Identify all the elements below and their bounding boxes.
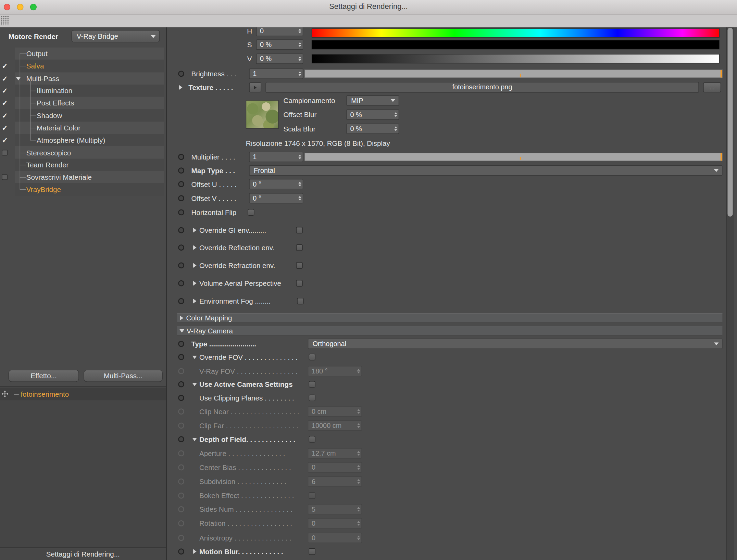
- sampling-dropdown[interactable]: MIP: [346, 96, 399, 106]
- stepper-arrows-icon[interactable]: [394, 126, 397, 131]
- multiplier-field[interactable]: 1: [249, 152, 303, 162]
- keyframe-circle-icon[interactable]: [178, 548, 184, 555]
- override-fov-checkbox[interactable]: [309, 354, 315, 360]
- stepper-arrows-icon[interactable]: [298, 155, 301, 160]
- expander-triangle-icon[interactable]: [193, 263, 197, 268]
- tree-row-material-color[interactable]: Material Color: [0, 122, 167, 134]
- vertical-scrollbar[interactable]: [726, 27, 734, 560]
- tree-row-salva[interactable]: Salva: [0, 60, 167, 72]
- check-icon[interactable]: [2, 62, 8, 69]
- section-vray-camera[interactable]: V-Ray Camera: [177, 327, 722, 335]
- volume-aerial-checkbox[interactable]: [296, 280, 303, 287]
- horizontal-flip-checkbox[interactable]: [248, 209, 254, 216]
- collapse-triangle-icon[interactable]: [192, 383, 197, 386]
- bokeh-effect-row: Bokeh Effect . . . . . . . . . . . . . .: [167, 490, 723, 501]
- depth-of-field-checkbox[interactable]: [309, 436, 315, 443]
- override-refraction-checkbox[interactable]: [296, 262, 303, 269]
- stepper-arrows-icon[interactable]: [298, 29, 301, 34]
- keyframe-circle-icon[interactable]: [178, 195, 184, 201]
- vray-fov-label: V-Ray FOV . . . . . . . . . . . . . . . …: [199, 367, 298, 375]
- check-icon[interactable]: [2, 112, 8, 119]
- use-active-camera-checkbox[interactable]: [309, 381, 315, 387]
- keyframe-circle-icon[interactable]: [178, 227, 184, 233]
- offset-blur-field[interactable]: 0 %: [346, 110, 399, 120]
- titlebar[interactable]: Settaggi di Rendering...: [0, 0, 737, 15]
- stepper-arrows-icon[interactable]: [298, 72, 301, 76]
- check-icon[interactable]: [2, 100, 8, 107]
- expander-triangle-icon[interactable]: [179, 85, 183, 90]
- stepper-arrows-icon[interactable]: [298, 196, 301, 201]
- expander-triangle-icon[interactable]: [193, 228, 197, 233]
- check-icon[interactable]: [2, 87, 8, 94]
- brightness-slider[interactable]: [304, 69, 722, 78]
- collapse-triangle-icon[interactable]: [192, 356, 197, 359]
- tree-row-illumination[interactable]: Illumination: [0, 85, 167, 97]
- offset-v-field[interactable]: 0 °: [249, 193, 303, 203]
- offset-u-field[interactable]: 0 °: [249, 179, 303, 189]
- s-field[interactable]: 0 %: [256, 39, 303, 50]
- override-gi-checkbox[interactable]: [296, 227, 303, 233]
- check-icon[interactable]: [2, 124, 8, 131]
- keyframe-circle-icon[interactable]: [178, 244, 184, 251]
- keyframe-circle-icon[interactable]: [178, 354, 184, 360]
- motion-blur-checkbox[interactable]: [309, 548, 315, 555]
- browse-button[interactable]: ...: [703, 82, 721, 92]
- camera-type-dropdown[interactable]: Orthogonal: [308, 339, 722, 349]
- tree-row-stereoscopico[interactable]: Stereoscopico: [0, 146, 167, 158]
- keyframe-circle-icon[interactable]: [178, 154, 184, 160]
- tree-row-team-render[interactable]: Team Render: [0, 158, 167, 171]
- checkbox-unchecked-icon[interactable]: [2, 150, 7, 155]
- checkbox-unchecked-icon[interactable]: [2, 174, 7, 180]
- keyframe-circle-icon[interactable]: [178, 262, 184, 268]
- keyframe-circle-icon[interactable]: [178, 167, 184, 174]
- multiplier-slider[interactable]: [304, 153, 722, 161]
- section-color-mapping[interactable]: Color Mapping: [177, 313, 722, 322]
- keyframe-circle-icon[interactable]: [178, 436, 184, 442]
- effect-button[interactable]: Effetto...: [9, 370, 79, 382]
- render-engine-dropdown[interactable]: V-Ray Bridge: [72, 30, 160, 42]
- value-gradient-bar[interactable]: [312, 54, 720, 63]
- scrollbar-thumb[interactable]: [727, 28, 733, 217]
- environment-fog-checkbox[interactable]: [297, 298, 303, 304]
- tree-row-atmosphere[interactable]: Atmosphere (Multiply): [0, 134, 167, 146]
- keyframe-circle-icon[interactable]: [178, 341, 184, 347]
- keyframe-circle-icon[interactable]: [178, 298, 184, 304]
- keyframe-circle-icon[interactable]: [178, 209, 184, 215]
- expander-triangle-icon[interactable]: [193, 281, 197, 286]
- texture-popup-button[interactable]: [249, 82, 261, 92]
- stepper-arrows-icon[interactable]: [394, 112, 397, 117]
- expander-triangle-icon[interactable]: [193, 549, 197, 554]
- keyframe-circle-icon[interactable]: [178, 181, 184, 187]
- expander-triangle-icon[interactable]: [193, 245, 197, 250]
- drag-handle-icon[interactable]: [0, 15, 9, 25]
- override-reflection-checkbox[interactable]: [296, 244, 303, 251]
- tree-row-shadow[interactable]: Shadow: [0, 109, 167, 122]
- expander-triangle-icon[interactable]: [193, 299, 197, 304]
- tree-row-post-effects[interactable]: Post Effects: [0, 97, 167, 109]
- hue-gradient-bar[interactable]: [312, 28, 720, 37]
- stepper-arrows-icon[interactable]: [298, 182, 301, 187]
- saturation-gradient-bar[interactable]: [312, 40, 720, 49]
- keyframe-circle-icon[interactable]: [178, 395, 184, 401]
- scale-blur-field[interactable]: 0 %: [346, 124, 399, 134]
- keyframe-circle-icon[interactable]: [178, 71, 184, 77]
- check-icon[interactable]: [2, 137, 8, 144]
- stepper-arrows-icon[interactable]: [298, 56, 301, 61]
- map-type-dropdown[interactable]: Frontal: [249, 165, 722, 176]
- stepper-arrows-icon[interactable]: [298, 42, 301, 47]
- v-field[interactable]: 0 %: [256, 53, 303, 64]
- brightness-field[interactable]: 1: [249, 68, 303, 79]
- material-item-row[interactable]: fotoinserimento: [0, 388, 166, 400]
- tree-row-multi-pass[interactable]: Multi-Pass: [0, 72, 167, 85]
- tree-row-vraybridge[interactable]: VrayBridge: [0, 183, 167, 196]
- texture-file-field[interactable]: fotoinserimento.png: [265, 82, 699, 93]
- multipass-button[interactable]: Multi-Pass...: [84, 370, 163, 382]
- check-icon[interactable]: [2, 75, 8, 82]
- keyframe-circle-icon[interactable]: [178, 381, 184, 387]
- tree-row-sovrascrivi-materiale[interactable]: Sovrascrivi Materiale: [0, 171, 167, 183]
- collapse-triangle-icon[interactable]: [192, 438, 197, 441]
- tree-row-output[interactable]: Output: [0, 48, 167, 60]
- keyframe-circle-icon[interactable]: [178, 280, 184, 287]
- use-clipping-checkbox[interactable]: [309, 395, 315, 401]
- h-field[interactable]: 0: [256, 27, 303, 36]
